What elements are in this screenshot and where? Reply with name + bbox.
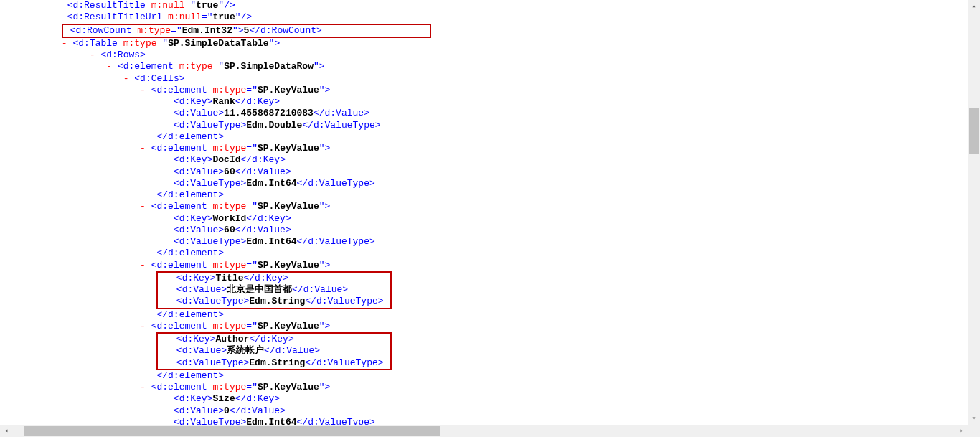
xml-line: <d:ResultTitle m:null="true"/> <box>0 0 968 11</box>
xml-line: - <d:Cells> <box>0 73 968 85</box>
xml-line: <d:ValueType>Edm.Double</d:ValueType> <box>0 120 968 131</box>
xml-line-highlight-rowcount: <d:RowCount m:type="Edm.Int32">5</d:RowC… <box>0 24 968 38</box>
xml-line: - <d:element m:type="SP.SimpleDataRow"> <box>0 61 968 72</box>
xml-line: - <d:Rows> <box>0 50 968 61</box>
xml-line: <d:ResultTitleUrl m:null="true"/> <box>0 11 968 23</box>
scroll-left-button[interactable]: ◂ <box>0 425 12 437</box>
xml-line: - <d:element m:type="SP.KeyValue"> <box>0 143 968 154</box>
highlight-box: <d:Key>Title</d:Key> <d:Value>北京是中国首都</d… <box>156 271 392 309</box>
xml-line: </d:element> <box>0 131 968 143</box>
xml-line: <d:ValueType>Edm.Int64</d:ValueType> <box>0 178 968 189</box>
scroll-up-button[interactable]: ▴ <box>968 0 980 12</box>
collapse-toggle[interactable]: - <box>62 38 67 49</box>
xml-line: </d:element> <box>0 370 968 382</box>
collapse-toggle[interactable]: - <box>140 321 146 332</box>
xml-line: - <d:element m:type="SP.KeyValue"> <box>0 85 968 96</box>
xml-line: <d:Key>DocId</d:Key> <box>0 154 968 166</box>
xml-line: <d:Value>0</d:Value> <box>0 405 968 417</box>
xml-line: <d:Value>11.4558687210083</d:Value> <box>0 108 968 119</box>
xml-line: </d:element> <box>0 189 968 201</box>
xml-line: <d:Value>60</d:Value> <box>0 166 968 178</box>
highlight-box: <d:Key>Author</d:Key> <d:Value>系统帐户</d:V… <box>156 332 392 370</box>
collapse-toggle[interactable]: - <box>140 85 146 95</box>
scrollbar-corner <box>968 425 980 437</box>
highlight-box: <d:RowCount m:type="Edm.Int32">5</d:RowC… <box>62 24 431 38</box>
collapse-toggle[interactable]: - <box>140 382 146 393</box>
xml-viewer: <d:ResultTitle m:null="true"/> <d:Result… <box>0 0 968 425</box>
collapse-toggle[interactable]: - <box>140 260 146 271</box>
xml-line: <d:ValueType>Edm.Int64</d:ValueType> <box>0 236 968 248</box>
xml-line: </d:element> <box>0 309 968 321</box>
scroll-right-button[interactable]: ▸ <box>956 425 968 437</box>
collapse-toggle[interactable]: - <box>140 143 146 154</box>
xml-line: - <d:element m:type="SP.KeyValue"> <box>0 321 968 332</box>
vertical-scroll-thumb[interactable] <box>969 108 979 154</box>
collapse-toggle[interactable]: - <box>90 50 95 60</box>
xml-line-highlight-title: <d:Key>Title</d:Key> <d:Value>北京是中国首都</d… <box>0 271 968 309</box>
xml-line: <d:ValueType>Edm.Int64</d:ValueType> <box>0 417 968 425</box>
horizontal-scrollbar[interactable]: ◂ ▸ <box>0 425 968 437</box>
xml-line-highlight-author: <d:Key>Author</d:Key> <d:Value>系统帐户</d:V… <box>0 332 968 370</box>
xml-line: </d:element> <box>0 248 968 259</box>
xml-line: <d:Key>WorkId</d:Key> <box>0 213 968 225</box>
collapse-toggle[interactable]: - <box>106 61 112 72</box>
scroll-down-button[interactable]: ▾ <box>968 413 980 425</box>
xml-line: <d:Key>Size</d:Key> <box>0 393 968 405</box>
collapse-toggle[interactable]: - <box>140 201 146 212</box>
xml-line: <d:Value>60</d:Value> <box>0 225 968 236</box>
collapse-toggle[interactable]: - <box>123 73 129 84</box>
vertical-scrollbar[interactable]: ▴ ▾ <box>968 0 980 425</box>
horizontal-scroll-thumb[interactable] <box>24 426 440 436</box>
xml-line: - <d:element m:type="SP.KeyValue"> <box>0 382 968 393</box>
xml-line: - <d:element m:type="SP.KeyValue"> <box>0 260 968 271</box>
xml-content: <d:ResultTitle m:null="true"/> <d:Result… <box>0 0 968 425</box>
xml-line: - <d:Table m:type="SP.SimpleDataTable"> <box>0 38 968 50</box>
xml-line: <d:Key>Rank</d:Key> <box>0 96 968 108</box>
xml-line: - <d:element m:type="SP.KeyValue"> <box>0 201 968 212</box>
